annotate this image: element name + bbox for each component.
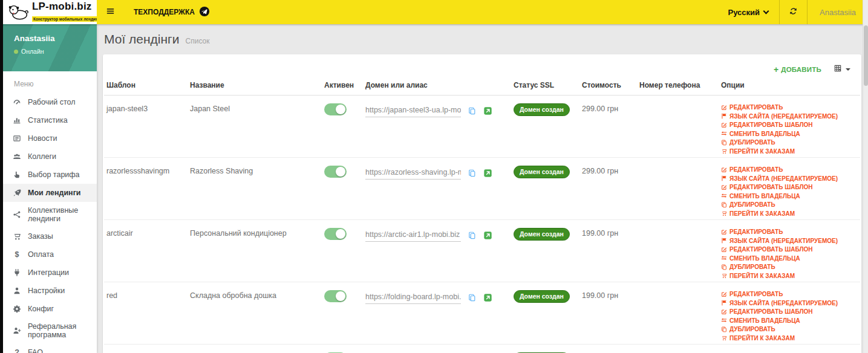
landing-name: Персональний кондиціонер — [190, 229, 287, 238]
domain-input[interactable] — [365, 106, 461, 117]
active-toggle[interactable] — [324, 290, 347, 302]
option-edit-template[interactable]: РЕДАКТИРОВАТЬ ШАБЛОН — [721, 121, 860, 128]
option-go-to-orders[interactable]: ПЕРЕЙТИ К ЗАКАЗАМ — [721, 335, 860, 342]
view-options-dropdown[interactable] — [834, 64, 850, 75]
sidebar-item-tariff[interactable]: Выбор тарифа — [3, 166, 97, 184]
scrollbar-thumb[interactable] — [864, 25, 868, 86]
open-site-icon[interactable] — [483, 231, 492, 240]
sidebar-item-collective-landings[interactable]: Коллективные лендинги — [3, 202, 97, 227]
logo-subtitle: Конструктор мобильных лендингов — [32, 16, 106, 22]
table-header-row: Шаблон Название Активен Домен или алиас … — [104, 81, 860, 96]
column-header-price: Стоимость — [579, 81, 637, 89]
name-cell: Складна обробна дошка — [188, 290, 322, 344]
ssl-cell: Домен создан — [511, 290, 579, 344]
sidebar-item-settings[interactable]: Настройки — [3, 282, 97, 300]
sidebar-item-label: Коллективные лендинги — [28, 206, 93, 223]
copy-domain-icon[interactable] — [468, 231, 477, 240]
logo-title: LP-mobi.biz — [32, 1, 92, 12]
template-name: red — [106, 291, 117, 300]
open-site-icon[interactable] — [483, 106, 492, 115]
sidebar-item-dashboard[interactable]: Рабочий стол — [3, 93, 97, 111]
option-site-language[interactable]: ЯЗЫК САЙТА (НЕРЕДАКТИРУЕМОЕ) — [721, 113, 860, 120]
active-cell — [322, 165, 363, 219]
option-change-owner[interactable]: СМЕНИТЬ ВЛАДЕЛЬЦА — [721, 255, 860, 262]
option-label: РЕДАКТИРОВАТЬ — [729, 104, 783, 111]
phone-cell — [637, 165, 719, 219]
option-edit-template[interactable]: РЕДАКТИРОВАТЬ ШАБЛОН — [721, 246, 860, 253]
sidebar-item-orders[interactable]: Заказы — [3, 227, 97, 245]
add-landing-button[interactable]: + ДОБАВИТЬ — [774, 65, 821, 74]
sidebar-item-statistics[interactable]: Статистика — [3, 111, 97, 129]
option-site-language[interactable]: ЯЗЫК САЙТА (НЕРЕДАКТИРУЕМОЕ) — [721, 300, 860, 306]
cart-icon — [721, 210, 727, 216]
sidebar-item-my-landings[interactable]: Мои лендинги — [3, 184, 97, 202]
sidebar-item-integrations[interactable]: Интеграции — [3, 264, 97, 282]
option-site-language[interactable]: ЯЗЫК САЙТА (НЕРЕДАКТИРУЕМОЕ) — [721, 175, 860, 182]
sidebar-item-payment[interactable]: $Оплата — [3, 245, 97, 264]
person-icon — [11, 287, 22, 295]
online-status-label: Онлайн — [21, 48, 44, 55]
option-change-owner[interactable]: СМЕНИТЬ ВЛАДЕЛЬЦА — [721, 317, 860, 324]
option-label: РЕДАКТИРОВАТЬ ШАБЛОН — [729, 246, 812, 253]
sidebar-user-name: Anastasiia — [14, 34, 97, 43]
sidebar-item-config[interactable]: Конфиг — [3, 300, 97, 318]
option-edit-template[interactable]: РЕДАКТИРОВАТЬ ШАБЛОН — [721, 308, 860, 315]
sidebar-user-panel: Anastasiia Онлайн — [3, 24, 97, 71]
option-edit[interactable]: РЕДАКТИРОВАТЬ — [721, 291, 860, 297]
copy-domain-icon[interactable] — [468, 293, 477, 302]
vertical-scrollbar[interactable] — [863, 0, 868, 353]
ssl-status-badge: Домен создан — [514, 166, 570, 178]
option-label: РЕДАКТИРОВАТЬ — [729, 228, 783, 235]
option-change-owner[interactable]: СМЕНИТЬ ВЛАДЕЛЬЦА — [721, 131, 860, 137]
option-duplicate[interactable]: ДУБЛИРОВАТЬ — [721, 201, 860, 208]
domain-input[interactable] — [365, 293, 461, 304]
option-label: ЯЗЫК САЙТА (НЕРЕДАКТИРУЕМОЕ) — [729, 113, 838, 120]
option-duplicate[interactable]: ДУБЛИРОВАТЬ — [721, 264, 860, 270]
option-edit[interactable]: РЕДАКТИРОВАТЬ — [721, 166, 860, 173]
option-label: ЯЗЫК САЙТА (НЕРЕДАКТИРУЕМОЕ) — [729, 175, 838, 182]
active-toggle[interactable] — [324, 228, 347, 240]
copy-domain-icon[interactable] — [468, 106, 477, 115]
option-edit[interactable]: РЕДАКТИРОВАТЬ — [721, 228, 860, 235]
column-header-name: Название — [188, 81, 322, 89]
sidebar-item-label: Оплата — [28, 250, 54, 259]
user-menu-button[interactable]: Anastasiia — [808, 0, 868, 24]
column-header-phone: Номер телефона — [637, 81, 719, 89]
option-change-owner[interactable]: СМЕНИТЬ ВЛАДЕЛЬЦА — [721, 193, 860, 199]
option-edit[interactable]: РЕДАКТИРОВАТЬ — [721, 104, 860, 111]
price-value: 299.00 грн — [582, 167, 618, 175]
open-site-icon[interactable] — [483, 293, 492, 302]
option-site-language[interactable]: ЯЗЫК САЙТА (НЕРЕДАКТИРУЕМОЕ) — [721, 238, 860, 244]
sidebar-item-news[interactable]: Новости — [3, 129, 97, 147]
copy-domain-icon[interactable] — [468, 169, 477, 178]
tariff-icon — [11, 170, 22, 179]
share-icon — [11, 210, 22, 219]
sidebar-item-colleagues[interactable]: Коллеги — [3, 147, 97, 166]
active-toggle[interactable] — [324, 166, 347, 178]
option-go-to-orders[interactable]: ПЕРЕЙТИ К ЗАКАЗАМ — [721, 210, 860, 217]
column-header-template: Шаблон — [104, 81, 188, 89]
landings-card: + ДОБАВИТЬ Шаблон Название Активен Домен… — [103, 54, 861, 353]
open-site-icon[interactable] — [483, 169, 492, 178]
exchange-icon — [721, 131, 727, 137]
menu-section-label: Меню — [3, 71, 97, 93]
option-go-to-orders[interactable]: ПЕРЕЙТИ К ЗАКАЗАМ — [721, 273, 860, 279]
option-go-to-orders[interactable]: ПЕРЕЙТИ К ЗАКАЗАМ — [721, 148, 860, 155]
hamburger-menu-button[interactable] — [97, 0, 124, 24]
option-label: ЯЗЫК САЙТА (НЕРЕДАКТИРУЕМОЕ) — [729, 238, 838, 244]
landing-name: Razorless Shaving — [190, 167, 253, 175]
active-toggle[interactable] — [324, 103, 347, 115]
language-dropdown[interactable]: Русский — [717, 0, 779, 24]
option-edit-template[interactable]: РЕДАКТИРОВАТЬ ШАБЛОН — [721, 184, 860, 190]
sidebar-item-faq[interactable]: ?FAQ — [3, 343, 97, 353]
sidebar-item-referral[interactable]: Реферальная программа — [3, 318, 97, 343]
cart-icon — [721, 148, 727, 154]
domain-input[interactable] — [365, 168, 461, 180]
logo[interactable]: LP-mobi.biz Конструктор мобильных лендин… — [3, 0, 97, 24]
option-duplicate[interactable]: ДУБЛИРОВАТЬ — [721, 326, 860, 332]
option-duplicate[interactable]: ДУБЛИРОВАТЬ — [721, 139, 860, 146]
column-header-ssl: Статус SSL — [511, 81, 579, 89]
tech-support-button[interactable]: ТЕХПОДДЕРЖКА — [124, 0, 220, 24]
refresh-button[interactable] — [780, 0, 807, 24]
domain-input[interactable] — [365, 230, 461, 242]
